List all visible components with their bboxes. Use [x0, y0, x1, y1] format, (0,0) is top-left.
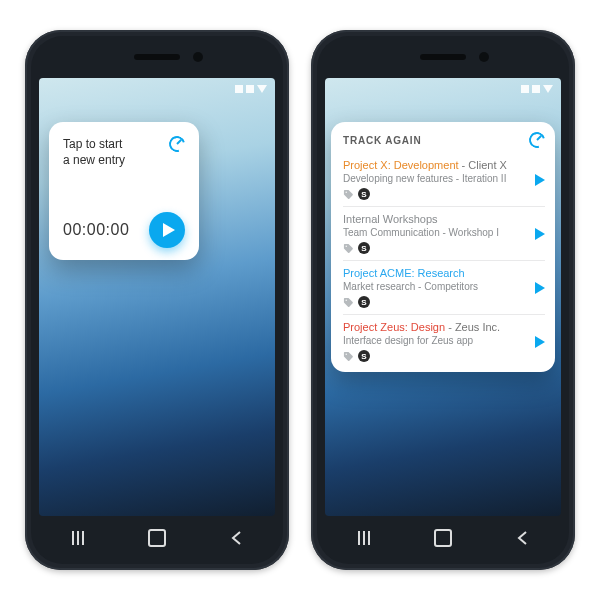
phone-left: Tap to start a new entry 00:00:00 — [25, 30, 289, 570]
entry-play-icon[interactable] — [535, 228, 545, 240]
phone-right: TRACK AGAIN Project X: Development - Cli… — [311, 30, 575, 570]
entry-client: - Zeus Inc. — [445, 321, 500, 333]
phone-camera — [479, 52, 489, 62]
tag-icon — [343, 297, 354, 308]
status-icon — [246, 85, 254, 93]
entry-title: Internal Workshops — [343, 213, 523, 225]
entry-play-icon[interactable] — [535, 174, 545, 186]
entry-description: Interface design for Zeus app — [343, 335, 523, 346]
status-icon — [543, 85, 553, 93]
entry-icons: S — [343, 242, 523, 254]
phone-speaker — [420, 54, 466, 60]
widget-title: TRACK AGAIN — [343, 135, 421, 146]
status-bar — [39, 78, 275, 100]
entries-list: Project X: Development - Client XDevelop… — [343, 152, 545, 368]
android-navbar — [325, 522, 561, 554]
start-timer-button[interactable] — [149, 212, 185, 248]
entry-play-icon[interactable] — [535, 336, 545, 348]
entry-description: Developing new features - Iteration II — [343, 173, 523, 184]
entry-project: Project X: Development — [343, 159, 459, 171]
timer-display: 00:00:00 — [63, 221, 129, 239]
status-icon — [521, 85, 529, 93]
entry-project: Project ACME: Research — [343, 267, 465, 279]
clockify-logo-icon — [169, 136, 185, 152]
entry-row[interactable]: Internal WorkshopsTeam Communication - W… — [343, 206, 545, 260]
status-icon — [532, 85, 540, 93]
nav-recent-button[interactable] — [58, 526, 98, 550]
entry-play-icon[interactable] — [535, 282, 545, 294]
phone-camera — [193, 52, 203, 62]
entry-title: Project ACME: Research — [343, 267, 523, 279]
track-again-widget: TRACK AGAIN Project X: Development - Cli… — [331, 122, 555, 372]
clockify-logo-icon — [529, 132, 545, 148]
entry-row[interactable]: Project X: Development - Client XDevelop… — [343, 152, 545, 206]
billable-icon: S — [358, 296, 370, 308]
phone-screen: TRACK AGAIN Project X: Development - Cli… — [325, 78, 561, 516]
entry-description: Team Communication - Workshop I — [343, 227, 523, 238]
tag-icon — [343, 189, 354, 200]
widget-prompt: Tap to start a new entry — [63, 136, 125, 168]
nav-home-button[interactable] — [423, 526, 463, 550]
entry-icons: S — [343, 188, 523, 200]
entry-icons: S — [343, 350, 523, 362]
status-bar — [325, 78, 561, 100]
phone-screen: Tap to start a new entry 00:00:00 — [39, 78, 275, 516]
tag-icon — [343, 351, 354, 362]
timer-widget[interactable]: Tap to start a new entry 00:00:00 — [49, 122, 199, 260]
android-navbar — [39, 522, 275, 554]
stage: Tap to start a new entry 00:00:00 — [0, 0, 600, 600]
billable-icon: S — [358, 242, 370, 254]
entry-project: Project Zeus: Design — [343, 321, 445, 333]
entry-title: Project X: Development - Client X — [343, 159, 523, 171]
entry-row[interactable]: Project ACME: ResearchMarket research - … — [343, 260, 545, 314]
prompt-line: a new entry — [63, 152, 125, 168]
prompt-line: Tap to start — [63, 136, 125, 152]
nav-back-button[interactable] — [502, 526, 542, 550]
billable-icon: S — [358, 188, 370, 200]
status-icon — [257, 85, 267, 93]
nav-home-button[interactable] — [137, 526, 177, 550]
entry-row[interactable]: Project Zeus: Design - Zeus Inc.Interfac… — [343, 314, 545, 368]
tag-icon — [343, 243, 354, 254]
play-icon — [163, 223, 175, 237]
nav-recent-button[interactable] — [344, 526, 384, 550]
entry-client: - Client X — [459, 159, 507, 171]
phone-speaker — [134, 54, 180, 60]
status-icon — [235, 85, 243, 93]
nav-back-button[interactable] — [216, 526, 256, 550]
billable-icon: S — [358, 350, 370, 362]
entry-description: Market research - Competitors — [343, 281, 523, 292]
entry-icons: S — [343, 296, 523, 308]
entry-project: Internal Workshops — [343, 213, 438, 225]
entry-title: Project Zeus: Design - Zeus Inc. — [343, 321, 523, 333]
